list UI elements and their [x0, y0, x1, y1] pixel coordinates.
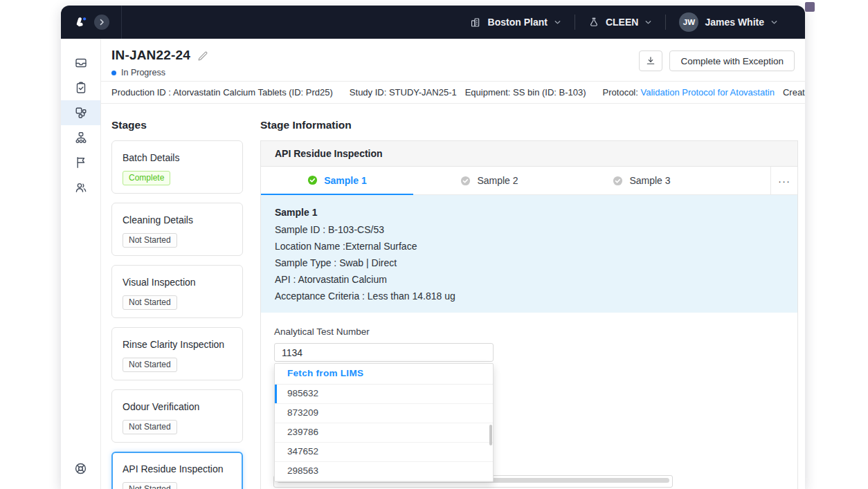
dropdown-option[interactable]: 347652	[275, 443, 493, 462]
chevron-down-icon	[644, 19, 652, 26]
sample-title: Sample 1	[275, 207, 784, 218]
module-selector[interactable]: CLEEN	[575, 6, 665, 39]
tab-label: Sample 3	[629, 175, 670, 186]
created-on: Created on: 01/10/2025 11:41:39	[783, 87, 805, 98]
navbar-divider	[121, 6, 122, 39]
analytical-test-number-label: Analytical Test Number	[274, 326, 797, 337]
sample-location: Location Name :External Surface	[275, 241, 784, 251]
complete-with-exception-button[interactable]: Complete with Exception	[669, 50, 795, 71]
stage-status-badge: Not Started	[123, 295, 177, 310]
avatar: JW	[679, 12, 698, 32]
stage-status-badge: Not Started	[123, 482, 177, 489]
sidebar-item-team[interactable]	[61, 175, 100, 200]
protocol: Protocol: Validation Protocol for Atovas…	[603, 87, 775, 98]
stage-card-cleaning-details[interactable]: Cleaning Details Not Started	[111, 203, 243, 256]
protocol-link[interactable]: Validation Protocol for Atovastatin	[641, 87, 775, 98]
stage-status-badge: Not Started	[123, 358, 177, 372]
sample-tabs: Sample 1 Sample 2	[261, 167, 797, 195]
user-menu[interactable]: JW James White	[666, 6, 791, 39]
study-id: Study ID: STUDY-JAN25-1	[350, 87, 457, 98]
status-dot-icon	[111, 71, 116, 75]
sidebar-item-flags[interactable]	[61, 150, 100, 175]
stage-card-visual-inspection[interactable]: Visual Inspection Not Started	[111, 265, 243, 318]
tab-label: Sample 2	[477, 175, 518, 186]
sidebar-item-inbox[interactable]	[61, 50, 100, 75]
stage-information-panel: API Residue Inspection Sample 1	[260, 140, 798, 489]
sample-acceptance-criteria: Acceptance Criteria : Less than 14.818 u…	[275, 291, 784, 301]
desktop-artifact	[805, 2, 815, 12]
stage-card-odour-verification[interactable]: Odour Verification Not Started	[111, 389, 243, 443]
clipboard-check-icon	[74, 81, 88, 95]
tab-label: Sample 1	[324, 175, 366, 186]
more-tabs-button[interactable]: ···	[770, 167, 797, 194]
stage-card-rinse-clarity-inspection[interactable]: Rinse Clarity Inspection Not Started	[111, 327, 243, 380]
equipment: Equipment: SS bin (ID: B-103)	[465, 87, 586, 98]
plant-selector[interactable]: Boston Plant	[457, 6, 575, 39]
edit-pencil-icon[interactable]	[197, 50, 208, 61]
stage-status-badge: Not Started	[123, 233, 177, 248]
stage-status-badge: Not Started	[123, 420, 177, 434]
main-area: IN-JAN22-24 In Progress Complete with	[101, 39, 805, 489]
page-title: IN-JAN22-24	[111, 48, 190, 63]
production-id: Production ID : Atorvastatin Calcium Tab…	[111, 87, 333, 98]
panel-title: API Residue Inspection	[261, 141, 797, 167]
test-number-dropdown: Fetch from LIMS 985632 873209 239786 347…	[274, 363, 494, 482]
icon-sidebar	[61, 39, 101, 489]
more-ellipsis-icon: ···	[778, 175, 790, 187]
stage-card-batch-details[interactable]: Batch Details Complete	[111, 140, 243, 194]
module-name: CLEEN	[606, 17, 638, 28]
stages-icon	[74, 106, 88, 120]
stage-status-badge: Complete	[123, 171, 170, 185]
building-icon	[470, 17, 482, 28]
chevron-down-icon	[554, 19, 561, 26]
stage-card-api-residue-inspection[interactable]: API Residue Inspection Not Started	[111, 452, 243, 489]
sidebar-item-stages[interactable]	[61, 100, 100, 125]
fetch-from-lims-option[interactable]: Fetch from LIMS	[275, 364, 493, 385]
sidebar-item-workflow[interactable]	[61, 125, 100, 150]
protocol-label: Protocol:	[603, 87, 638, 98]
analytical-test-form: Analytical Test Number Fetch from LIMS 9…	[261, 313, 797, 489]
chevron-right-icon	[98, 19, 105, 26]
stage-name: API Residue Inspection	[123, 463, 232, 474]
stage-name: Rinse Clarity Inspection	[123, 339, 232, 350]
sample-type: Sample Type : Swab | Direct	[275, 258, 784, 268]
stage-information-heading: Stage Information	[260, 119, 798, 131]
stage-information-column: Stage Information API Residue Inspection…	[260, 112, 798, 489]
sample-id: Sample ID : B-103-CS/53	[275, 225, 784, 234]
dropdown-option[interactable]: 985632	[275, 385, 493, 404]
tab-sample-2[interactable]: Sample 2	[413, 167, 566, 194]
app-window: Boston Plant CLEEN	[61, 6, 805, 489]
check-circle-icon	[307, 175, 318, 185]
app-logo-icon	[73, 15, 89, 30]
download-icon	[646, 56, 655, 66]
stages-column: Stages Batch Details Complete Cleaning D…	[111, 112, 243, 489]
chevron-down-icon	[770, 19, 778, 26]
dropdown-option[interactable]: 873209	[275, 404, 493, 423]
sidebar-item-tasks[interactable]	[61, 75, 100, 100]
tab-sample-3[interactable]: Sample 3	[566, 167, 718, 194]
flag-icon	[74, 156, 88, 169]
sidebar-expand-button[interactable]	[94, 15, 109, 30]
stage-name: Cleaning Details	[123, 214, 232, 225]
check-circle-icon	[613, 176, 623, 186]
plant-name: Boston Plant	[488, 17, 548, 28]
dropdown-option[interactable]: 298563	[275, 462, 493, 481]
dropdown-option[interactable]: 239786	[275, 423, 493, 443]
stage-name: Odour Verification	[123, 401, 232, 412]
page-header: IN-JAN22-24 In Progress Complete with	[101, 39, 805, 82]
top-navbar: Boston Plant CLEEN	[61, 6, 805, 39]
download-button[interactable]	[639, 50, 662, 71]
check-circle-icon	[460, 176, 471, 186]
flask-icon	[588, 17, 599, 28]
analytical-test-number-input[interactable]	[274, 343, 494, 362]
sample-api: API : Atorvastatin Calcium	[275, 275, 784, 284]
user-name: James White	[705, 17, 764, 28]
team-icon	[74, 181, 88, 194]
sidebar-item-support[interactable]	[61, 456, 100, 481]
inbox-icon	[74, 56, 88, 70]
dropdown-scrollbar[interactable]	[489, 425, 492, 445]
workflow-icon	[74, 131, 88, 145]
status-text: In Progress	[121, 68, 165, 77]
tab-sample-1[interactable]: Sample 1	[261, 167, 413, 195]
sample-details: Sample 1 Sample ID : B-103-CS/53 Locatio…	[261, 195, 797, 313]
